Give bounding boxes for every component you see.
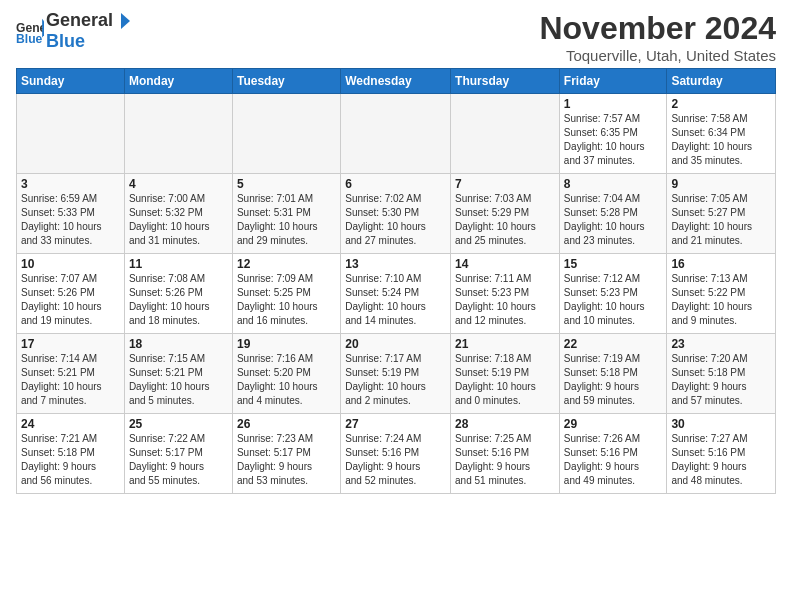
calendar-cell: 1Sunrise: 7:57 AM Sunset: 6:35 PM Daylig… xyxy=(559,94,667,174)
calendar-cell: 2Sunrise: 7:58 AM Sunset: 6:34 PM Daylig… xyxy=(667,94,776,174)
day-header-thursday: Thursday xyxy=(451,69,560,94)
day-info: Sunrise: 7:03 AM Sunset: 5:29 PM Dayligh… xyxy=(455,192,555,248)
calendar-week-4: 17Sunrise: 7:14 AM Sunset: 5:21 PM Dayli… xyxy=(17,334,776,414)
calendar-cell: 7Sunrise: 7:03 AM Sunset: 5:29 PM Daylig… xyxy=(451,174,560,254)
day-info: Sunrise: 7:08 AM Sunset: 5:26 PM Dayligh… xyxy=(129,272,228,328)
day-info: Sunrise: 7:07 AM Sunset: 5:26 PM Dayligh… xyxy=(21,272,120,328)
day-header-saturday: Saturday xyxy=(667,69,776,94)
logo: General Blue General Blue xyxy=(16,10,131,52)
day-number: 18 xyxy=(129,337,228,351)
day-info: Sunrise: 7:02 AM Sunset: 5:30 PM Dayligh… xyxy=(345,192,446,248)
calendar-week-1: 1Sunrise: 7:57 AM Sunset: 6:35 PM Daylig… xyxy=(17,94,776,174)
logo-blue-text: Blue xyxy=(46,31,85,51)
day-info: Sunrise: 7:12 AM Sunset: 5:23 PM Dayligh… xyxy=(564,272,663,328)
calendar-cell: 9Sunrise: 7:05 AM Sunset: 5:27 PM Daylig… xyxy=(667,174,776,254)
calendar-cell: 3Sunrise: 6:59 AM Sunset: 5:33 PM Daylig… xyxy=(17,174,125,254)
day-number: 13 xyxy=(345,257,446,271)
day-number: 24 xyxy=(21,417,120,431)
day-number: 20 xyxy=(345,337,446,351)
calendar-table: SundayMondayTuesdayWednesdayThursdayFrid… xyxy=(16,68,776,494)
day-number: 30 xyxy=(671,417,771,431)
day-number: 12 xyxy=(237,257,336,271)
day-info: Sunrise: 7:04 AM Sunset: 5:28 PM Dayligh… xyxy=(564,192,663,248)
logo-flag-icon xyxy=(113,12,131,30)
calendar-cell: 23Sunrise: 7:20 AM Sunset: 5:18 PM Dayli… xyxy=(667,334,776,414)
day-info: Sunrise: 7:00 AM Sunset: 5:32 PM Dayligh… xyxy=(129,192,228,248)
calendar-cell: 4Sunrise: 7:00 AM Sunset: 5:32 PM Daylig… xyxy=(124,174,232,254)
day-header-wednesday: Wednesday xyxy=(341,69,451,94)
day-number: 8 xyxy=(564,177,663,191)
svg-marker-3 xyxy=(121,13,130,29)
calendar-cell: 18Sunrise: 7:15 AM Sunset: 5:21 PM Dayli… xyxy=(124,334,232,414)
calendar-cell: 24Sunrise: 7:21 AM Sunset: 5:18 PM Dayli… xyxy=(17,414,125,494)
location: Toquerville, Utah, United States xyxy=(539,47,776,64)
calendar-cell xyxy=(232,94,340,174)
day-info: Sunrise: 7:14 AM Sunset: 5:21 PM Dayligh… xyxy=(21,352,120,408)
calendar-cell: 21Sunrise: 7:18 AM Sunset: 5:19 PM Dayli… xyxy=(451,334,560,414)
day-number: 7 xyxy=(455,177,555,191)
calendar-cell xyxy=(124,94,232,174)
calendar-cell xyxy=(17,94,125,174)
day-info: Sunrise: 7:17 AM Sunset: 5:19 PM Dayligh… xyxy=(345,352,446,408)
day-info: Sunrise: 7:26 AM Sunset: 5:16 PM Dayligh… xyxy=(564,432,663,488)
day-info: Sunrise: 7:18 AM Sunset: 5:19 PM Dayligh… xyxy=(455,352,555,408)
day-number: 28 xyxy=(455,417,555,431)
calendar-cell: 19Sunrise: 7:16 AM Sunset: 5:20 PM Dayli… xyxy=(232,334,340,414)
day-number: 4 xyxy=(129,177,228,191)
day-info: Sunrise: 7:24 AM Sunset: 5:16 PM Dayligh… xyxy=(345,432,446,488)
day-info: Sunrise: 7:27 AM Sunset: 5:16 PM Dayligh… xyxy=(671,432,771,488)
logo-icon: General Blue xyxy=(16,17,44,45)
day-info: Sunrise: 7:22 AM Sunset: 5:17 PM Dayligh… xyxy=(129,432,228,488)
calendar-cell: 27Sunrise: 7:24 AM Sunset: 5:16 PM Dayli… xyxy=(341,414,451,494)
calendar-week-5: 24Sunrise: 7:21 AM Sunset: 5:18 PM Dayli… xyxy=(17,414,776,494)
day-info: Sunrise: 7:13 AM Sunset: 5:22 PM Dayligh… xyxy=(671,272,771,328)
day-number: 27 xyxy=(345,417,446,431)
logo-general-text: General xyxy=(46,10,113,31)
day-info: Sunrise: 7:57 AM Sunset: 6:35 PM Dayligh… xyxy=(564,112,663,168)
title-block: November 2024 Toquerville, Utah, United … xyxy=(539,10,776,64)
day-info: Sunrise: 7:11 AM Sunset: 5:23 PM Dayligh… xyxy=(455,272,555,328)
day-info: Sunrise: 7:21 AM Sunset: 5:18 PM Dayligh… xyxy=(21,432,120,488)
day-number: 5 xyxy=(237,177,336,191)
header: General Blue General Blue November 2024 … xyxy=(16,10,776,64)
day-info: Sunrise: 7:20 AM Sunset: 5:18 PM Dayligh… xyxy=(671,352,771,408)
day-header-tuesday: Tuesday xyxy=(232,69,340,94)
calendar-cell xyxy=(341,94,451,174)
day-number: 21 xyxy=(455,337,555,351)
calendar-cell: 26Sunrise: 7:23 AM Sunset: 5:17 PM Dayli… xyxy=(232,414,340,494)
day-number: 16 xyxy=(671,257,771,271)
main-container: General Blue General Blue November 2024 … xyxy=(0,0,792,500)
calendar-cell: 25Sunrise: 7:22 AM Sunset: 5:17 PM Dayli… xyxy=(124,414,232,494)
calendar-week-3: 10Sunrise: 7:07 AM Sunset: 5:26 PM Dayli… xyxy=(17,254,776,334)
day-header-sunday: Sunday xyxy=(17,69,125,94)
day-header-friday: Friday xyxy=(559,69,667,94)
calendar-cell: 13Sunrise: 7:10 AM Sunset: 5:24 PM Dayli… xyxy=(341,254,451,334)
calendar-cell: 22Sunrise: 7:19 AM Sunset: 5:18 PM Dayli… xyxy=(559,334,667,414)
calendar-cell: 28Sunrise: 7:25 AM Sunset: 5:16 PM Dayli… xyxy=(451,414,560,494)
calendar-cell: 14Sunrise: 7:11 AM Sunset: 5:23 PM Dayli… xyxy=(451,254,560,334)
day-info: Sunrise: 6:59 AM Sunset: 5:33 PM Dayligh… xyxy=(21,192,120,248)
day-info: Sunrise: 7:09 AM Sunset: 5:25 PM Dayligh… xyxy=(237,272,336,328)
logo-text: General Blue xyxy=(46,10,131,52)
day-info: Sunrise: 7:58 AM Sunset: 6:34 PM Dayligh… xyxy=(671,112,771,168)
calendar-header-row: SundayMondayTuesdayWednesdayThursdayFrid… xyxy=(17,69,776,94)
day-info: Sunrise: 7:01 AM Sunset: 5:31 PM Dayligh… xyxy=(237,192,336,248)
day-number: 3 xyxy=(21,177,120,191)
month-year: November 2024 xyxy=(539,10,776,47)
day-number: 14 xyxy=(455,257,555,271)
day-info: Sunrise: 7:15 AM Sunset: 5:21 PM Dayligh… xyxy=(129,352,228,408)
day-info: Sunrise: 7:05 AM Sunset: 5:27 PM Dayligh… xyxy=(671,192,771,248)
day-number: 23 xyxy=(671,337,771,351)
day-number: 6 xyxy=(345,177,446,191)
day-number: 17 xyxy=(21,337,120,351)
calendar-cell: 12Sunrise: 7:09 AM Sunset: 5:25 PM Dayli… xyxy=(232,254,340,334)
day-number: 15 xyxy=(564,257,663,271)
day-number: 19 xyxy=(237,337,336,351)
calendar-cell: 10Sunrise: 7:07 AM Sunset: 5:26 PM Dayli… xyxy=(17,254,125,334)
calendar-cell: 16Sunrise: 7:13 AM Sunset: 5:22 PM Dayli… xyxy=(667,254,776,334)
svg-text:Blue: Blue xyxy=(16,32,43,45)
day-info: Sunrise: 7:25 AM Sunset: 5:16 PM Dayligh… xyxy=(455,432,555,488)
calendar-cell: 15Sunrise: 7:12 AM Sunset: 5:23 PM Dayli… xyxy=(559,254,667,334)
calendar-cell: 8Sunrise: 7:04 AM Sunset: 5:28 PM Daylig… xyxy=(559,174,667,254)
day-number: 11 xyxy=(129,257,228,271)
